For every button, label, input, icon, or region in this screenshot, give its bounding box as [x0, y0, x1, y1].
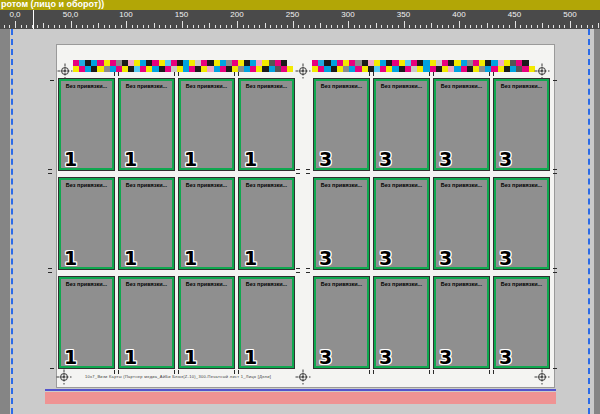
registration-mark-icon	[534, 63, 550, 79]
card-page-number: 1	[244, 249, 257, 268]
cut-mark	[553, 169, 557, 174]
card-page-number: 1	[64, 348, 77, 367]
card-placeholder[interactable]: Без привязки...1	[178, 177, 235, 270]
card-label: Без привязки...	[59, 83, 114, 89]
card-label: Без привязки...	[239, 182, 294, 188]
card-placeholder[interactable]: Без привязки...3	[433, 78, 490, 171]
card-placeholder[interactable]: Без привязки...3	[313, 276, 370, 369]
card-label: Без привязки...	[59, 281, 114, 287]
cut-mark	[489, 370, 494, 374]
card-placeholder[interactable]: Без привязки...1	[58, 177, 115, 270]
card-label: Без привязки...	[239, 281, 294, 287]
card-page-number: 1	[244, 348, 257, 367]
card-placeholder[interactable]: Без привязки...1	[238, 177, 295, 270]
registration-mark-icon	[295, 369, 311, 385]
cut-mark	[553, 268, 557, 273]
card-page-number: 3	[379, 348, 392, 367]
cut-mark	[369, 72, 374, 76]
card-placeholder[interactable]: Без привязки...3	[373, 177, 430, 270]
card-label: Без привязки...	[239, 83, 294, 89]
card-placeholder[interactable]: Без привязки...1	[238, 78, 295, 171]
card-placeholder[interactable]: Без привязки...3	[373, 276, 430, 369]
cut-mark	[114, 72, 119, 76]
card-page-number: 1	[184, 150, 197, 169]
card-label: Без привязки...	[179, 281, 234, 287]
card-placeholder[interactable]: Без привязки...1	[238, 276, 295, 369]
card-page-number: 3	[499, 249, 512, 268]
card-placeholder[interactable]: Без привязки...3	[493, 177, 550, 270]
cut-mark	[48, 268, 52, 273]
card-placeholder[interactable]: Без привязки...1	[58, 276, 115, 369]
card-label: Без привязки...	[179, 182, 234, 188]
card-placeholder[interactable]: Без привязки...1	[118, 177, 175, 270]
card-placeholder[interactable]: Без привязки...1	[178, 78, 235, 171]
cut-mark	[234, 72, 239, 76]
card-label: Без привязки...	[119, 182, 174, 188]
card-page-number: 1	[244, 150, 257, 169]
cut-mark	[553, 368, 557, 369]
card-placeholder[interactable]: Без привязки...1	[118, 78, 175, 171]
card-page-number: 3	[439, 150, 452, 169]
card-page-number: 3	[379, 249, 392, 268]
card-placeholder[interactable]: Без привязки...1	[58, 78, 115, 171]
card-label: Без привязки...	[314, 83, 369, 89]
card-label: Без привязки...	[179, 83, 234, 89]
cut-mark	[553, 80, 557, 81]
cut-mark	[174, 72, 179, 76]
card-page-number: 1	[124, 249, 137, 268]
cut-mark	[296, 169, 300, 174]
card-label: Без привязки...	[434, 83, 489, 89]
card-label: Без привязки...	[434, 182, 489, 188]
card-page-number: 3	[319, 348, 332, 367]
card-label: Без привязки...	[314, 281, 369, 287]
card-label: Без привязки...	[119, 83, 174, 89]
cut-mark	[306, 169, 310, 174]
card-page-number: 1	[64, 249, 77, 268]
card-label: Без привязки...	[434, 281, 489, 287]
registration-mark-icon	[295, 63, 311, 79]
app-window: ротом (лицо и оборот)) 0,050,01001502002…	[0, 0, 600, 414]
card-page-number: 3	[319, 150, 332, 169]
card-page-number: 1	[64, 150, 77, 169]
card-label: Без привязки...	[374, 182, 429, 188]
cut-mark	[429, 72, 434, 76]
card-placeholder[interactable]: Без привязки...3	[433, 177, 490, 270]
card-label: Без привязки...	[494, 182, 549, 188]
registration-mark-icon	[56, 369, 72, 385]
card-page-number: 1	[184, 249, 197, 268]
card-page-number: 1	[124, 348, 137, 367]
card-page-number: 1	[184, 348, 197, 367]
cut-mark	[429, 370, 434, 374]
cut-mark	[296, 268, 300, 273]
card-page-number: 3	[499, 150, 512, 169]
registration-mark-icon	[57, 63, 73, 79]
card-label: Без привязки...	[314, 182, 369, 188]
card-placeholder[interactable]: Без привязки...1	[178, 276, 235, 369]
card-page-number: 3	[319, 249, 332, 268]
card-label: Без привязки...	[374, 83, 429, 89]
card-page-number: 3	[379, 150, 392, 169]
cut-mark	[369, 370, 374, 374]
card-page-number: 3	[499, 348, 512, 367]
card-placeholder[interactable]: Без привязки...3	[493, 78, 550, 171]
card-label: Без привязки...	[494, 83, 549, 89]
card-placeholder[interactable]: Без привязки...3	[313, 78, 370, 171]
card-label: Без привязки...	[119, 281, 174, 287]
cut-mark	[306, 268, 310, 273]
cut-mark	[48, 169, 52, 174]
card-label: Без привязки...	[494, 281, 549, 287]
card-placeholder[interactable]: Без привязки...3	[433, 276, 490, 369]
card-page-number: 3	[439, 348, 452, 367]
card-placeholder[interactable]: Без привязки...1	[118, 276, 175, 369]
card-page-number: 3	[439, 249, 452, 268]
card-placeholder[interactable]: Без привязки...3	[493, 276, 550, 369]
cut-mark	[50, 368, 54, 369]
card-label: Без привязки...	[59, 182, 114, 188]
card-placeholder[interactable]: Без привязки...3	[313, 177, 370, 270]
cut-mark	[489, 72, 494, 76]
card-label: Без привязки...	[374, 281, 429, 287]
registration-mark-icon	[534, 369, 550, 385]
card-placeholder[interactable]: Без привязки...3	[373, 78, 430, 171]
card-page-number: 1	[124, 150, 137, 169]
sheet-objects-layer: Без привязки...1Без привязки...1Без прив…	[0, 0, 600, 414]
